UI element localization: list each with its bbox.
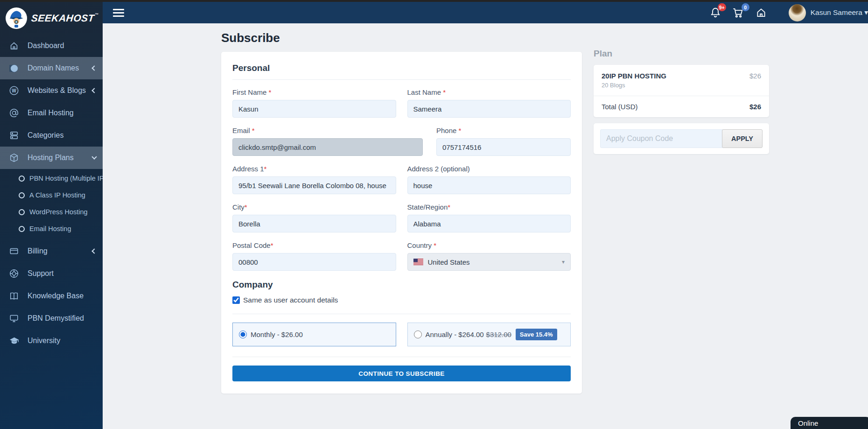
caret-down-icon: ▾ [864, 8, 868, 16]
last-name-label: Last Name * [407, 88, 571, 96]
sidebar-item-support[interactable]: Support [0, 262, 103, 285]
plan-summary-panel: Plan 20IP PBN HOSTING 20 Blogs $26 Total… [594, 49, 769, 154]
brand-logo[interactable]: SEEKAHOST™ [0, 2, 103, 35]
sidebar-subitem-email-hosting[interactable]: Email Hosting [0, 220, 103, 237]
chevron-left-icon [91, 65, 97, 70]
country-select[interactable]: United States ▾ [407, 253, 571, 271]
country-label: Country * [407, 241, 571, 249]
sidebar-item-label: University [28, 337, 60, 345]
billing-option-annually[interactable]: Annually - $264.00 $312.00 Save 15.4% [407, 323, 571, 346]
sidebar-item-billing[interactable]: Billing [0, 240, 103, 262]
address1-label: Address 1* [232, 165, 396, 173]
same-as-account-label: Same as user account details [243, 296, 338, 304]
circle-bullet-icon [19, 209, 25, 215]
user-avatar[interactable] [789, 4, 806, 21]
address2-label: Address 2 (optional) [407, 165, 571, 173]
coupon-card: APPLY [594, 123, 769, 154]
sidebar-item-email-hosting[interactable]: Email Hosting [0, 102, 103, 124]
sidebar-item-pbn-demystified[interactable]: PBN Demystified [0, 307, 103, 330]
sidebar-item-knowledge-base[interactable]: Knowledge Base [0, 285, 103, 307]
total-value: $26 [749, 103, 761, 111]
section-divider [232, 357, 571, 357]
plan-total-row: Total (USD) $26 [594, 96, 769, 117]
sidebar: SEEKAHOST™ Dashboard Domain Names W [0, 2, 103, 429]
section-divider [232, 79, 571, 80]
state-field[interactable] [407, 215, 571, 232]
user-menu[interactable]: Kasun Sameera ▾ [811, 8, 868, 17]
city-label: City* [232, 203, 396, 211]
seekahost-mascot-icon [6, 7, 27, 29]
home-icon [755, 7, 767, 19]
annually-radio[interactable] [414, 331, 422, 338]
home-button[interactable] [755, 7, 767, 19]
lifebuoy-icon [8, 268, 20, 279]
at-sign-icon [8, 107, 20, 119]
chevron-down-icon: ▾ [562, 259, 565, 265]
sidebar-subitem-a-class-ip[interactable]: A Class IP Hosting [0, 187, 103, 204]
circle-bullet-icon [19, 192, 25, 198]
monthly-radio[interactable] [239, 331, 247, 338]
same-as-account-checkbox[interactable] [232, 296, 240, 304]
company-section-heading: Company [232, 280, 571, 290]
monitor-icon [8, 313, 20, 324]
plan-item-price: $26 [749, 72, 761, 80]
globe-icon [8, 63, 20, 74]
subitem-label: Email Hosting [29, 225, 71, 232]
page-content: Subscribe Personal First Name * Last Nam… [103, 23, 868, 429]
sidebar-item-dashboard[interactable]: Dashboard [0, 35, 103, 57]
subitem-label: A Class IP Hosting [29, 191, 85, 199]
plan-panel-heading: Plan [594, 49, 769, 59]
sidebar-item-websites-blogs[interactable]: W Websites & Blogs [0, 79, 103, 102]
country-selected-value: United States [428, 258, 470, 266]
plan-item-subtitle: 20 Blogs [602, 82, 666, 89]
phone-label: Phone * [436, 127, 571, 134]
hosting-plans-submenu: PBN Hosting (Multiple IP) A Class IP Hos… [0, 169, 103, 240]
continue-to-subscribe-button[interactable]: CONTINUE TO SUBSCRIBE [232, 366, 571, 381]
hamburger-menu-icon[interactable] [113, 9, 124, 17]
email-label: Email * [232, 127, 423, 134]
sidebar-item-university[interactable]: University [0, 330, 103, 352]
chat-status-widget[interactable]: Online [791, 417, 868, 429]
chevron-left-icon [91, 88, 97, 93]
sidebar-item-label: Knowledge Base [28, 292, 84, 300]
notifications-button[interactable]: 9+ [709, 7, 721, 19]
sidebar-item-label: Hosting Plans [28, 154, 74, 162]
billing-option-monthly[interactable]: Monthly - $26.00 [232, 323, 396, 346]
postal-code-field[interactable] [232, 253, 396, 271]
sidebar-item-label: Websites & Blogs [28, 86, 86, 95]
address2-field[interactable] [407, 176, 571, 194]
state-label: State/Region* [407, 203, 571, 211]
sidebar-item-label: PBN Demystified [28, 314, 84, 323]
first-name-field[interactable] [232, 100, 396, 118]
sidebar-subitem-pbn-hosting[interactable]: PBN Hosting (Multiple IP) [0, 170, 103, 187]
app-root: SEEKAHOST™ Dashboard Domain Names W [0, 2, 868, 429]
plan-details-card: 20IP PBN HOSTING 20 Blogs $26 Total (USD… [594, 65, 769, 117]
credit-card-icon [8, 246, 20, 257]
sidebar-item-hosting-plans[interactable]: Hosting Plans [0, 147, 103, 169]
package-box-icon [8, 152, 20, 163]
chevron-left-icon [91, 248, 97, 253]
circle-bullet-icon [19, 176, 25, 182]
last-name-field[interactable] [407, 100, 571, 118]
svg-text:W: W [12, 88, 16, 93]
personal-section-heading: Personal [232, 63, 571, 73]
save-percentage-badge: Save 15.4% [516, 329, 557, 340]
sidebar-item-domain-names[interactable]: Domain Names [0, 57, 103, 79]
city-field[interactable] [232, 215, 396, 232]
sidebar-item-label: Categories [28, 131, 63, 140]
apply-coupon-button[interactable]: APPLY [722, 129, 763, 148]
open-book-icon [8, 290, 20, 302]
phone-field[interactable] [436, 138, 571, 156]
chevron-down-icon [91, 154, 97, 159]
sidebar-item-label: Email Hosting [28, 109, 74, 117]
sidebar-nav: Dashboard Domain Names W Websites & Blog… [0, 35, 103, 352]
coupon-code-input[interactable] [600, 129, 723, 148]
cart-button[interactable]: 0 [732, 7, 745, 19]
address1-field[interactable] [232, 176, 396, 194]
sidebar-subitem-wordpress-hosting[interactable]: WordPress Hosting [0, 204, 103, 220]
subitem-label: WordPress Hosting [29, 208, 88, 216]
annually-old-price: $312.00 [486, 331, 511, 338]
section-divider [232, 314, 571, 314]
sidebar-item-categories[interactable]: Categories [0, 124, 103, 147]
subitem-label: PBN Hosting (Multiple IP) [29, 175, 103, 182]
